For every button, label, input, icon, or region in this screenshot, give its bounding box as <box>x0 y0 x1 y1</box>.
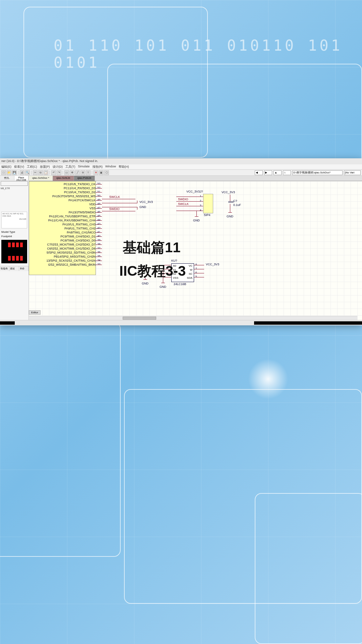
net-swdio-2[interactable]: SWDIO <box>178 198 188 201</box>
menu-place[interactable]: 放置(P) <box>40 165 50 169</box>
nav-up[interactable]: ▲ <box>274 170 282 175</box>
tb-open-icon[interactable]: 📁 <box>7 170 11 175</box>
menu-design[interactable]: 设计(D) <box>53 165 63 169</box>
pin-label: PA12/CAN_TX/USBDP/TIM1_ETR <box>30 215 96 218</box>
tb-redo-icon[interactable]: ↷ <box>57 170 61 175</box>
document-tabs: qiao.SchDoc * qiao.SchLib qiao.PcbLib <box>29 176 362 181</box>
schematic-canvas[interactable]: PC12/U5_TX/SDIO_CK53PC11/U4_RX/SDIO_D352… <box>29 181 362 320</box>
nav-fwd[interactable]: ▶ <box>264 170 272 175</box>
tb-port-icon[interactable]: ⬡ <box>104 170 109 175</box>
component-symbol-preview: A0 VCC A1 WP A2 SCL VSS SDA 24LC16B <box>1 212 27 228</box>
ic2-name: 24LC16B <box>174 282 186 286</box>
col-price[interactable]: 单价 <box>19 266 28 271</box>
toolbar: □ 📁 💾 🖨 🔍 ✂ ⧉ 📋 ↶ ↷ ▭ ✥ ╱ ⊕ T ✕ ▣ ⬡ ◀ ▶ … <box>0 170 362 176</box>
pin-label: PC11/U4_RX/SDIO_D3 <box>30 186 96 190</box>
tb-wire-icon[interactable]: ╱ <box>75 170 80 175</box>
tb-save-icon[interactable]: 💾 <box>12 170 17 175</box>
pin-number: 33 <box>96 263 102 266</box>
capacitor[interactable] <box>228 201 234 203</box>
menu-simulate[interactable]: Simulate <box>78 165 90 169</box>
gnd-label-4: GND <box>160 285 166 288</box>
tb-sheet-icon[interactable]: ▣ <box>99 170 104 175</box>
pin-label: PA15/JTDI/SPI3_NSS/I2S3_WS <box>30 195 96 198</box>
vcc-label-2: VCC_3V3 <box>222 191 235 194</box>
menu-help[interactable]: 帮助(H) <box>119 165 129 169</box>
library-panel: 查找.. Place 24LC16B M8_ETR A0 VCC A1 WP A… <box>0 176 29 320</box>
pin-number: 45 <box>96 214 102 217</box>
variant-combo[interactable]: [No Vari <box>344 170 361 175</box>
pin-number: 51 <box>96 190 102 193</box>
pin-number: 34 <box>96 259 102 262</box>
net-swclk[interactable]: SWCLK <box>109 195 120 199</box>
tb-text-icon[interactable]: T <box>86 170 90 175</box>
gnd-symbol-2 <box>228 211 232 215</box>
tb-cut-icon[interactable]: ✂ <box>33 170 38 175</box>
pin-label: 5/SPI2_MOSI/I2S2_SD/TIM1_CH3N <box>30 251 96 254</box>
pin-number: 46 <box>96 210 102 213</box>
net-swdio[interactable]: SWDIO <box>109 207 120 211</box>
search-tab[interactable]: 查找.. <box>0 176 14 180</box>
horizontal-scrollbar[interactable] <box>29 316 357 320</box>
tb-paste-icon[interactable]: 📋 <box>44 170 48 175</box>
library-combo[interactable] <box>1 181 28 186</box>
menu-reports[interactable]: 报告(R) <box>93 165 103 169</box>
pin-number: 38 <box>96 243 102 246</box>
lib-name: M8_ETR <box>0 186 28 190</box>
black-bar-right <box>254 321 362 325</box>
path-combo[interactable]: D:\教学视频\图纸\qiao.SchDoc* <box>292 170 343 175</box>
vcc-label-3: VCC_3V3 <box>206 263 219 266</box>
model-type-label: Model Type <box>0 230 28 234</box>
pin-label: PC12/U5_TX/SDIO_CK <box>30 182 96 186</box>
tb-copy-icon[interactable]: ⧉ <box>38 170 43 175</box>
pin-label: I2S2_WS/I2C2_SMBAI/TIM1_BKIN <box>30 263 96 266</box>
pin-number: 40 <box>96 234 102 237</box>
scroll-thumb[interactable] <box>123 317 156 320</box>
menu-window[interactable]: Window <box>105 165 116 169</box>
menu-view[interactable]: 察看(V) <box>14 165 24 169</box>
col-desc[interactable]: 描述 <box>9 266 19 271</box>
pin-label: PC10/U4_TX/SDIO_D2 <box>30 191 96 194</box>
tb-net-icon[interactable]: ⊕ <box>80 170 85 175</box>
pin-number: 47 <box>96 206 102 209</box>
gnd-symbol-3 <box>161 281 165 285</box>
tb-undo-icon[interactable]: ↶ <box>51 170 56 175</box>
nav-back[interactable]: ◀ <box>255 170 263 175</box>
tab-schdoc[interactable]: qiao.SchDoc * <box>29 176 53 181</box>
pin-label: C6/I2S2_MCK/TIM8_CH1/SDIO_D6 <box>30 247 96 250</box>
binary-decoration: 01 110 101 011 010110 101 0101 <box>54 37 362 71</box>
pin-number: 39 <box>96 238 102 241</box>
pin-label: PC9/TIM8_CH4/SDIO_D1 <box>30 235 96 238</box>
tb-bus-icon[interactable]: ✕ <box>94 170 98 175</box>
pin-label: PA8/TIM1_CH1/MCO <box>30 231 96 234</box>
cap-value: 0.1uF <box>233 203 241 207</box>
menu-tools[interactable]: 工具(T) <box>65 165 75 169</box>
menu-bar: 编辑(E) 察看(V) 工程(C) 放置(P) 设计(D) 工具(T) Simu… <box>0 164 362 170</box>
tb-new-icon[interactable]: □ <box>1 170 6 175</box>
menu-project[interactable]: 工程(C) <box>27 165 37 169</box>
tab-pcblib[interactable]: qiao.PcbLib <box>74 176 95 181</box>
pin-label: PB14/SPI2_MISO/TIM1_CH2N <box>30 255 96 258</box>
menu-edit[interactable]: 编辑(E) <box>1 165 11 169</box>
place-tab[interactable]: Place 24LC16B <box>14 176 29 180</box>
gnd-label-2: GND <box>193 219 200 222</box>
tb-move-icon[interactable]: ✥ <box>70 170 74 175</box>
sip4-label: SIP4 <box>204 213 210 217</box>
tab-schlib[interactable]: qiao.SchLib <box>53 176 74 181</box>
sip4-connector[interactable] <box>203 194 213 213</box>
tb-select-icon[interactable]: ▭ <box>64 170 69 175</box>
tb-print-icon[interactable]: 🖨 <box>20 170 24 175</box>
tb-zoom-icon[interactable]: 🔍 <box>25 170 30 175</box>
gnd-label-5: GND <box>142 282 148 285</box>
pin-label: C7/I2S3_MCK/TIM8_CH2/SDIO_D7 <box>30 243 96 246</box>
pin-label: PC8/TIM8_CH3/SDIO_D0 <box>30 239 96 242</box>
col-mfr[interactable]: 制造商 <box>0 266 9 271</box>
pin-label: PA9/U1_TX/TIM1_CH2 <box>30 227 96 230</box>
net-swclk-2[interactable]: SWCLK <box>178 202 189 206</box>
pin-number: 44 <box>96 218 102 221</box>
video-title-1: 基础篇11 <box>123 238 181 257</box>
nav-home[interactable]: ⌂ <box>283 170 291 175</box>
pin-label: 13/SPI2_SCK/I2S2_CK/TIM1_CH1N <box>30 259 96 262</box>
gnd-label-3: GND <box>227 215 233 218</box>
editor-tab[interactable]: Editor <box>29 310 41 315</box>
black-bar-left <box>0 321 15 325</box>
